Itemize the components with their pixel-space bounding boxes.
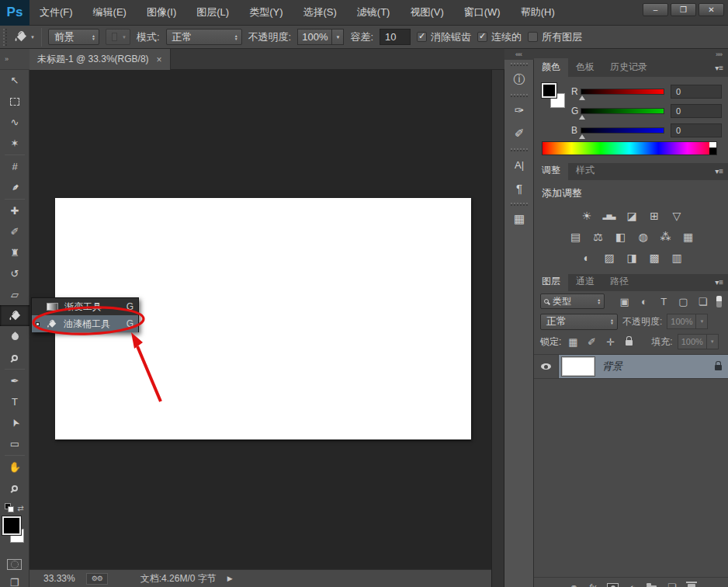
- selective-color-icon[interactable]: ▥: [668, 251, 684, 265]
- healing-brush-tool[interactable]: ✚: [0, 200, 29, 221]
- contiguous-checkbox[interactable]: 连续的: [477, 30, 522, 44]
- red-slider[interactable]: [581, 89, 664, 95]
- panel-menu-icon[interactable]: [715, 278, 723, 287]
- status-options-arrow-icon[interactable]: [227, 575, 233, 582]
- foreground-color-swatch[interactable]: [2, 516, 21, 535]
- collapse-dock-icon[interactable]: ««: [515, 50, 522, 58]
- panel-menu-icon[interactable]: [715, 167, 723, 175]
- default-colors-icon[interactable]: [5, 503, 14, 512]
- eraser-tool[interactable]: ▱: [0, 284, 29, 305]
- hand-tool[interactable]: ✋: [0, 457, 29, 478]
- exposure-icon[interactable]: ⊞: [646, 209, 661, 223]
- blue-value-input[interactable]: 0: [671, 123, 722, 137]
- brush-presets-panel-button[interactable]: ✑: [504, 99, 534, 122]
- rectangular-marquee-tool[interactable]: [0, 91, 29, 112]
- menu-image[interactable]: 图像(I): [137, 0, 186, 26]
- quick-mask-button[interactable]: [7, 559, 22, 570]
- pen-tool[interactable]: ✒: [0, 370, 29, 391]
- brush-panel-button[interactable]: ✐: [504, 122, 534, 145]
- document-tab[interactable]: 未标题-1 @ 33.3%(RGB/8) ×: [29, 49, 171, 70]
- pattern-picker-select[interactable]: [106, 29, 130, 45]
- opacity-chevron-icon[interactable]: [332, 29, 344, 45]
- filter-adjustment-layers-icon[interactable]: ◐: [636, 296, 651, 307]
- menu-file[interactable]: 文件(F): [29, 0, 83, 26]
- toolbar-collapse-control[interactable]: »: [0, 49, 29, 70]
- scrubby-zoom-icon[interactable]: ⚙⚙: [86, 573, 108, 585]
- layer-filter-select[interactable]: 类型: [540, 294, 605, 309]
- fill-control[interactable]: 100%: [678, 334, 719, 349]
- dodge-tool[interactable]: [0, 347, 29, 368]
- foreground-color-swatch[interactable]: [542, 83, 556, 98]
- lock-pixels-icon[interactable]: ✐: [584, 336, 598, 348]
- menu-help[interactable]: 帮助(H): [511, 0, 565, 26]
- maximize-button[interactable]: ❐: [671, 3, 696, 16]
- panel-menu-icon[interactable]: [715, 64, 723, 72]
- rectangle-tool[interactable]: ▭: [0, 433, 29, 454]
- lock-transparency-icon[interactable]: ▦: [566, 336, 580, 348]
- threshold-icon[interactable]: ◨: [623, 251, 639, 265]
- antialias-checkbox[interactable]: 消除锯齿: [417, 30, 471, 44]
- minimize-button[interactable]: –: [643, 3, 668, 16]
- black-white-icon[interactable]: ◧: [612, 230, 628, 244]
- channel-mixer-icon[interactable]: ⁂: [657, 230, 673, 244]
- menu-type[interactable]: 类型(Y): [239, 0, 293, 26]
- tab-swatches[interactable]: 色板: [568, 58, 602, 77]
- swap-colors-icon[interactable]: ⇄: [17, 504, 23, 512]
- levels-icon[interactable]: ▂▅▃: [601, 209, 616, 223]
- fill-value[interactable]: 100%: [678, 334, 707, 349]
- lasso-tool[interactable]: ∿: [0, 112, 29, 133]
- clone-stamp-tool[interactable]: ♜: [0, 242, 29, 263]
- flyout-item-gradient-tool[interactable]: 渐变工具 G: [32, 298, 138, 315]
- delete-layer-icon[interactable]: [688, 582, 695, 587]
- zoom-tool[interactable]: [0, 478, 29, 498]
- character-panel-button[interactable]: A|: [504, 153, 534, 176]
- opacity-value[interactable]: 100%: [297, 29, 332, 45]
- brightness-contrast-icon[interactable]: ☀: [578, 209, 594, 223]
- screen-mode-button[interactable]: ❐: [0, 577, 29, 587]
- posterize-icon[interactable]: ▨: [601, 251, 616, 265]
- lock-position-icon[interactable]: ✛: [603, 336, 617, 348]
- all-layers-checkbox[interactable]: 所有图层: [528, 30, 582, 44]
- red-value-input[interactable]: 0: [671, 85, 722, 99]
- lock-all-icon[interactable]: [622, 336, 636, 348]
- eyedropper-tool[interactable]: ✒: [0, 177, 29, 198]
- tab-channels[interactable]: 通道: [568, 273, 602, 291]
- new-adjustment-layer-icon[interactable]: ◐: [629, 582, 636, 587]
- photo-filter-icon[interactable]: ◍: [635, 230, 650, 244]
- vibrance-icon[interactable]: ▽: [668, 209, 684, 223]
- curves-icon[interactable]: ◪: [623, 209, 639, 223]
- blur-tool[interactable]: [0, 326, 29, 347]
- move-tool[interactable]: ↖: [0, 70, 29, 91]
- path-selection-tool[interactable]: ➤: [0, 412, 29, 433]
- menu-window[interactable]: 窗口(W): [454, 0, 511, 26]
- black-swatch[interactable]: [709, 148, 716, 155]
- hue-saturation-icon[interactable]: ▤: [567, 230, 583, 244]
- tab-adjustments[interactable]: 调整: [534, 162, 568, 180]
- color-spectrum-ramp[interactable]: [542, 141, 717, 155]
- info-panel-button[interactable]: ⓘ: [504, 68, 534, 91]
- layer-effects-icon[interactable]: fx: [589, 582, 596, 587]
- tab-layers[interactable]: 图层: [534, 273, 568, 291]
- timeline-panel-button[interactable]: ▦: [504, 207, 534, 231]
- filter-toggle-switch[interactable]: [716, 296, 722, 307]
- slider-thumb-icon[interactable]: [579, 96, 585, 100]
- flyout-item-paint-bucket-tool[interactable]: 油漆桶工具 G: [32, 315, 138, 332]
- paint-bucket-preset-icon[interactable]: [13, 30, 35, 43]
- new-layer-icon[interactable]: ❏: [667, 582, 677, 587]
- menu-select[interactable]: 选择(S): [293, 0, 346, 26]
- close-button[interactable]: ✕: [699, 3, 724, 16]
- brush-tool[interactable]: ✐: [0, 221, 29, 242]
- invert-icon[interactable]: ◐: [578, 251, 594, 265]
- layer-visibility-toggle[interactable]: [534, 355, 559, 378]
- background-layer-row[interactable]: 背景: [534, 355, 728, 378]
- crop-tool[interactable]: #: [0, 156, 29, 177]
- filter-type-layers-icon[interactable]: T: [657, 296, 671, 307]
- layer-thumbnail[interactable]: [562, 357, 595, 376]
- selected-layer[interactable]: 背景: [559, 355, 728, 378]
- slider-thumb-icon[interactable]: [579, 134, 585, 139]
- layer-mask-icon[interactable]: [607, 583, 619, 587]
- gradient-map-icon[interactable]: ▩: [646, 251, 661, 265]
- green-slider[interactable]: [581, 108, 664, 114]
- paint-bucket-tool[interactable]: [0, 305, 29, 326]
- zoom-level-input[interactable]: 33.33%: [43, 573, 75, 584]
